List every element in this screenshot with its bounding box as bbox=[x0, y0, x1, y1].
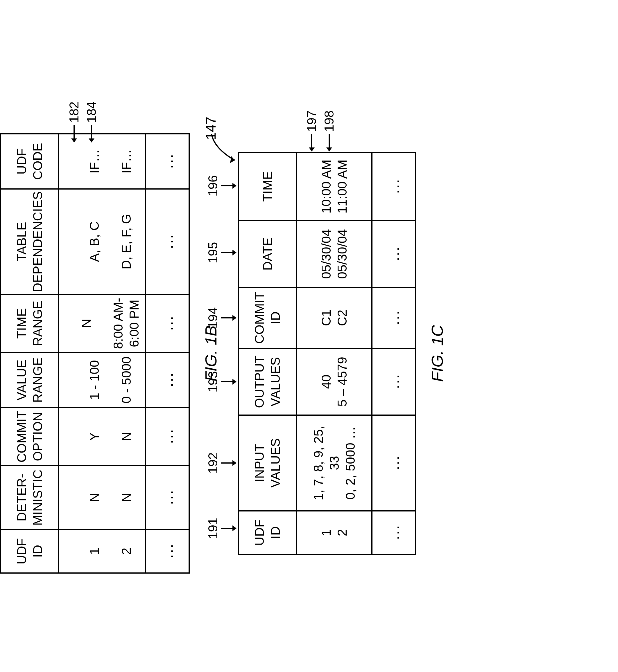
tableref-147-arrow bbox=[209, 131, 243, 166]
ell-b-4: … bbox=[145, 294, 189, 353]
col-c-date: DATE bbox=[238, 221, 296, 287]
col-deterministic: DETER- MINISTIC bbox=[1, 465, 59, 529]
col-time-range: TIME RANGE bbox=[1, 294, 59, 353]
fig1b-table: UDF ID DETER- MINISTIC COMMIT OPTION VAL… bbox=[0, 133, 190, 574]
fig1b-header-row: UDF ID DETER- MINISTIC COMMIT OPTION VAL… bbox=[1, 134, 59, 573]
ell-c-4: … bbox=[372, 221, 415, 287]
ell-c-3: … bbox=[372, 287, 415, 348]
cell-c-0-3: C1 C2 bbox=[296, 287, 372, 348]
cell-c-0-4: 05/30/04 05/30/04 bbox=[296, 221, 372, 287]
colref-194-label: 194 bbox=[206, 307, 220, 328]
col-commit-option: COMMIT OPTION bbox=[1, 408, 59, 465]
colref-193: 193 bbox=[206, 371, 234, 392]
ell-c-5: … bbox=[372, 152, 415, 221]
colref-191-label: 191 bbox=[206, 518, 220, 539]
fig1c-table-area: 191 192 193 194 195 196 bbox=[238, 152, 416, 555]
colref-192-label: 192 bbox=[206, 452, 220, 474]
ell-c-1: … bbox=[372, 415, 415, 511]
cell-c-0-2: 40 5 – 4579 bbox=[296, 348, 372, 415]
cell-b-0-1: N N bbox=[59, 465, 145, 529]
colref-196: 196 bbox=[206, 175, 234, 196]
ell-b-3: … bbox=[145, 353, 189, 408]
cell-b-0-2: Y N bbox=[59, 408, 145, 465]
ell-c-0: … bbox=[372, 511, 415, 554]
cell-c-0-1: 1, 7, 8, 9, 25, 33 0, 2, 5000 … bbox=[296, 415, 372, 511]
ell-c-2: … bbox=[372, 348, 415, 415]
cell-b-0-4: N 8:00 AM- 6:00 PM bbox=[59, 294, 145, 353]
cell-c-0-0: 1 2 bbox=[296, 511, 372, 554]
colref-196-label: 196 bbox=[206, 175, 220, 196]
ell-b-1: … bbox=[145, 465, 189, 529]
colref-191: 191 bbox=[206, 518, 234, 539]
col-udf-code: UDF CODE bbox=[1, 134, 59, 189]
fig1c-table: UDF ID INPUT VALUES OUTPUT VALUES COMMIT… bbox=[238, 152, 416, 555]
col-c-udf-id: UDF ID bbox=[238, 511, 296, 554]
tableref-146-arrow bbox=[0, 124, 6, 158]
cell-b-0-0: 1 2 bbox=[59, 529, 145, 573]
colref-193-label: 193 bbox=[206, 371, 220, 392]
cell-b-0-3: 1 - 100 0 - 5000 bbox=[59, 353, 145, 408]
col-value-range: VALUE RANGE bbox=[1, 353, 59, 408]
col-c-time: TIME bbox=[238, 152, 296, 221]
rowref-182-label: 182 bbox=[67, 102, 81, 123]
cell-c-0-5: 10:00 AM 11:00 AM bbox=[296, 152, 372, 221]
fig1c-ellipsis-row: … … … … … … bbox=[372, 152, 415, 554]
colref-195: 195 bbox=[206, 242, 234, 263]
rowref-198-label: 198 bbox=[322, 111, 336, 132]
ell-b-6: … bbox=[145, 134, 189, 189]
cell-b-0-5: A, B, C D, E, F, G bbox=[59, 189, 145, 294]
fig1b-ellipsis-row: … … … … … … … bbox=[145, 134, 189, 573]
rowref-184: 184 bbox=[84, 102, 99, 140]
fig1b-data-row: 1 2 N N Y N 1 - 100 0 - 5000 bbox=[59, 134, 145, 573]
fig1c-caption: FIG. 1C bbox=[428, 325, 446, 382]
rowref-182: 182 bbox=[67, 102, 81, 140]
rowref-197: 197 bbox=[305, 111, 319, 149]
rowref-184-label: 184 bbox=[84, 102, 99, 123]
col-table-deps: TABLE DEPENDENCIES bbox=[1, 189, 59, 294]
rowref-197-label: 197 bbox=[305, 111, 319, 132]
colref-194: 194 bbox=[206, 307, 234, 328]
fig1b-table-area: 171 172 174 175 176 178 bbox=[0, 133, 190, 574]
fig1c-header-row: UDF ID INPUT VALUES OUTPUT VALUES COMMIT… bbox=[238, 152, 296, 554]
ell-b-0: … bbox=[145, 529, 189, 573]
tableref-147: 147 bbox=[203, 117, 219, 140]
col-c-output: OUTPUT VALUES bbox=[238, 348, 296, 415]
fig1c-data-row: 1 2 1, 7, 8, 9, 25, 33 0, 2, 5000 … 40 5… bbox=[296, 152, 372, 554]
colref-195-label: 195 bbox=[206, 242, 220, 263]
col-udf-id: UDF ID bbox=[1, 529, 59, 573]
col-c-input: INPUT VALUES bbox=[238, 415, 296, 511]
col-c-commit: COMMIT ID bbox=[238, 287, 296, 348]
colref-192: 192 bbox=[206, 452, 234, 474]
rowref-198: 198 bbox=[322, 111, 336, 149]
ell-b-5: … bbox=[145, 189, 189, 294]
ell-b-2: … bbox=[145, 408, 189, 465]
